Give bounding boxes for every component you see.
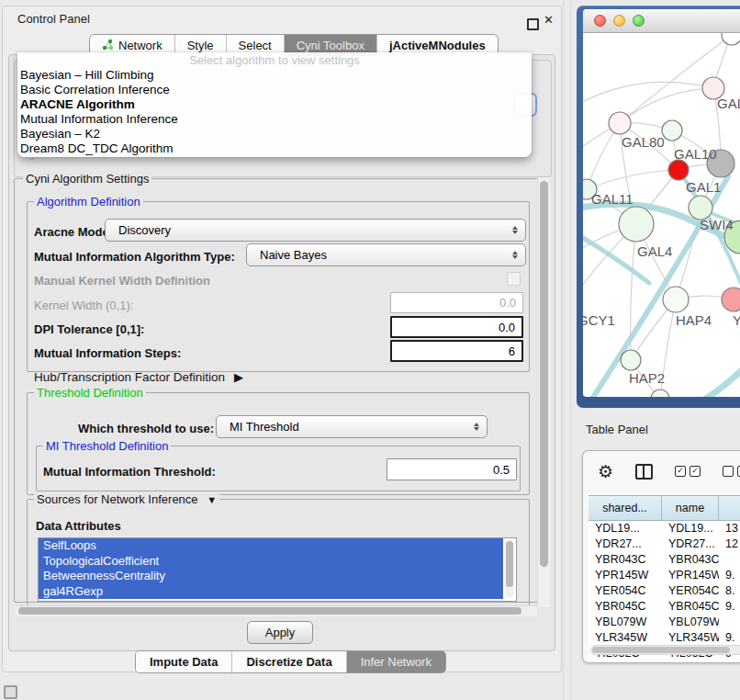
apply-button[interactable]: Apply — [247, 621, 313, 644]
unchecked-box-icon — [723, 466, 734, 477]
spinner-icon — [512, 251, 518, 259]
tab-discretize-data[interactable]: Discretize Data — [232, 651, 346, 672]
node-label-hap2: HAP2 — [629, 370, 665, 386]
table-row[interactable]: YBL079WYBL079W — [589, 615, 740, 630]
table-header-row: shared...name — [589, 495, 740, 521]
table-panel-title: Table Panel — [586, 423, 648, 436]
table-cell: 12 — [719, 536, 740, 552]
table-panel-window: ⚙ ✓ ✓ shared...name YDL19...YDL19...13YD… — [582, 450, 740, 663]
table-row[interactable]: YLR345WYLR345W9. — [589, 630, 740, 646]
table-cell: YBL079W — [662, 615, 719, 630]
column-header-cut[interactable] — [719, 496, 740, 520]
minimize-window-icon[interactable] — [613, 15, 625, 27]
table-cell: 9. — [719, 630, 740, 646]
dropdown-item-bayesian-k2[interactable]: Bayesian – K2 — [17, 127, 532, 141]
table-cell: YDR27... — [662, 536, 719, 552]
which-threshold-select[interactable]: MI Threshold — [216, 415, 488, 438]
sources-legend[interactable]: Sources for Network Inference ▼ — [34, 492, 219, 506]
table-cell: 13 — [719, 521, 740, 536]
table-horizontal-scrollbar-thumb[interactable] — [592, 647, 730, 653]
attributes-scrollbar-thumb[interactable] — [506, 541, 513, 587]
column-header-name[interactable]: name — [662, 496, 719, 520]
node-table: shared...name YDL19...YDL19...13YDR27...… — [589, 495, 740, 662]
settings-horizontal-scrollbar-thumb[interactable] — [18, 607, 521, 615]
table-cell: YBR045C — [589, 599, 662, 615]
aracne-mode-value: Discovery — [118, 223, 171, 237]
mi-threshold-label: Mutual Information Threshold: — [43, 465, 216, 479]
dropdown-placeholder: Select algorithm to view settings — [17, 52, 532, 68]
settings-horizontal-scrollbar — [16, 605, 537, 616]
data-attributes-list: SelfLoopsTopologicalCoefficientBetweenne… — [38, 537, 517, 602]
mi-steps-input[interactable]: 6 — [390, 340, 523, 362]
algorithm-dropdown: Select algorithm to view settings Bayesi… — [17, 52, 532, 157]
table-row[interactable]: YPR145WYPR145W9. — [589, 568, 740, 583]
network-edge — [667, 360, 740, 397]
attribute-item-topologicalcoefficient[interactable]: TopologicalCoefficient — [39, 554, 503, 570]
table-row[interactable]: YDR27...YDR27...12 — [589, 536, 740, 552]
close-window-icon[interactable] — [594, 15, 606, 27]
expanded-arrow-icon: ▼ — [207, 494, 217, 505]
collapsed-panel-icon[interactable] — [4, 685, 17, 699]
table-body: YDL19...YDL19...13YDR27...YDR27...12YBR0… — [589, 521, 740, 661]
float-panel-icon[interactable] — [527, 18, 539, 30]
table-row[interactable]: YBR043CYBR043C — [589, 552, 740, 568]
tab-label: jActiveMNodules — [389, 39, 486, 52]
hub-definition-expander[interactable]: Hub/Transcription Factor Definition ▶ — [34, 370, 243, 384]
settings-vertical-scrollbar-thumb[interactable] — [540, 181, 548, 567]
gear-icon[interactable]: ⚙ — [598, 463, 613, 480]
dropdown-item-mutual-information-inference[interactable]: Mutual Information Inference — [17, 112, 532, 127]
close-panel-icon[interactable]: ✕ — [544, 13, 554, 27]
tab-label: Network — [118, 39, 163, 52]
table-row[interactable]: YBR045CYBR045C9. — [589, 599, 740, 615]
bottom-tab-bar: Impute DataDiscretize DataInfer Network — [135, 650, 446, 673]
select-all-icon[interactable]: ✓ ✓ — [675, 466, 701, 477]
collapsed-arrow-icon: ▶ — [234, 370, 243, 384]
attribute-item-gal4rgexp[interactable]: gal4RGexp — [39, 584, 503, 600]
network-node[interactable] — [722, 288, 740, 311]
mi-type-select[interactable]: Naive Bayes — [246, 243, 526, 266]
dropdown-item-basic-correlation-inference[interactable]: Basic Correlation Inference — [17, 83, 532, 97]
network-node[interactable] — [621, 350, 641, 370]
deselect-all-icon[interactable] — [723, 466, 740, 477]
network-node[interactable] — [668, 160, 689, 180]
algorithm-definition-legend: Algorithm Definition — [34, 195, 143, 209]
tab-impute-data[interactable]: Impute Data — [136, 651, 232, 672]
table-row[interactable]: YER054CYER054C8. — [589, 583, 740, 599]
network-node[interactable] — [619, 207, 654, 242]
panel-title: Control Panel — [17, 12, 90, 26]
node-label-y: Y — [733, 312, 740, 328]
network-node[interactable] — [662, 120, 682, 141]
panel-splitter[interactable] — [563, 0, 571, 700]
dropdown-item-bayesian-hill-climbing[interactable]: Bayesian – Hill Climbing — [17, 68, 532, 83]
mi-threshold-value: 0.5 — [493, 463, 510, 477]
table-cell: YPR145W — [589, 568, 662, 583]
attribute-item-betweennesscentrality[interactable]: BetweennessCentrality — [39, 569, 503, 584]
network-node[interactable] — [609, 112, 631, 134]
table-cell — [719, 615, 740, 630]
kernel-width-input[interactable]: 0.0 — [390, 292, 523, 313]
dpi-tolerance-value: 0.0 — [499, 321, 515, 334]
tab-infer-network[interactable]: Infer Network — [347, 651, 445, 672]
attribute-item-selfloops[interactable]: SelfLoops — [39, 538, 503, 554]
network-view-inner: GALGAL80GAL10GAL1GAL11SWI4GAL4GCY1HAP4YH… — [583, 9, 740, 397]
network-window-titlebar[interactable] — [583, 9, 740, 33]
manual-kernel-checkbox[interactable] — [507, 272, 521, 286]
table-cell: 9. — [719, 568, 740, 583]
node-label-gal4: GAL4 — [637, 243, 672, 259]
split-columns-icon[interactable] — [635, 464, 653, 480]
network-node[interactable] — [722, 33, 740, 45]
network-node[interactable] — [663, 287, 689, 312]
dropdown-item-aracne-algorithm[interactable]: ARACNE Algorithm — [17, 97, 532, 112]
mi-threshold-input[interactable]: 0.5 — [387, 458, 517, 480]
network-view-window: GALGAL80GAL10GAL1GAL11SWI4GAL4GCY1HAP4YH… — [577, 6, 740, 408]
table-row[interactable]: YDL19...YDL19...13 — [589, 521, 740, 536]
dpi-tolerance-input[interactable]: 0.0 — [390, 316, 523, 338]
zoom-window-icon[interactable] — [633, 15, 645, 27]
settings-vertical-scrollbar — [537, 177, 550, 607]
control-panel: Control Panel ✕ NetworkStyleSelectCyni T… — [2, 6, 562, 672]
node-label-hap4: HAP4 — [676, 312, 712, 328]
dropdown-item-dream8-dc-tdc-algorithm[interactable]: Dream8 DC_TDC Algorithm — [17, 141, 532, 156]
aracne-mode-select[interactable]: Discovery — [105, 219, 526, 242]
column-header-shared[interactable]: shared... — [589, 496, 662, 520]
network-canvas[interactable]: GALGAL80GAL10GAL1GAL11SWI4GAL4GCY1HAP4YH… — [583, 33, 740, 396]
